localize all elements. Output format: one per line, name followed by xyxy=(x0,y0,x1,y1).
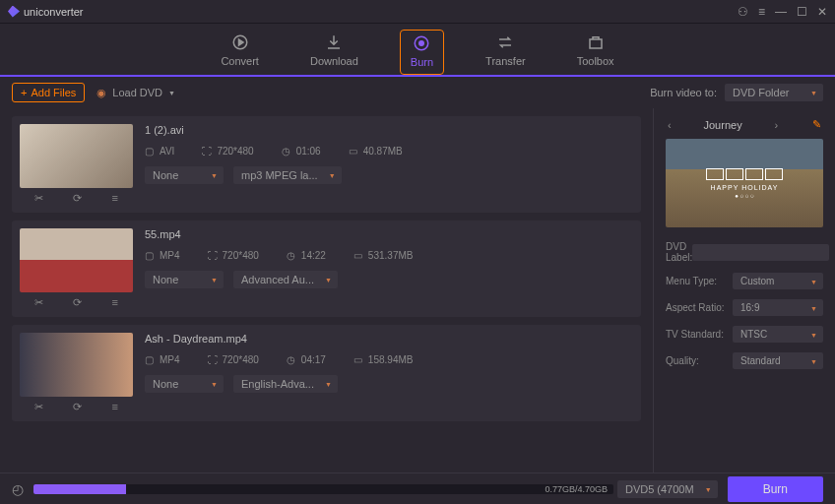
cut-icon[interactable]: ✂ xyxy=(34,401,43,413)
list-item: ✂ ⟳ ≡ 1 (2).avi ▢AVI ⛶720*480 ◷01:06 ▭40… xyxy=(12,116,641,213)
toolbox-icon xyxy=(587,33,605,51)
burn-to-label: Burn video to: xyxy=(650,87,717,98)
crop-icon[interactable]: ⟳ xyxy=(73,401,82,413)
timer-icon[interactable]: ◴ xyxy=(12,481,24,497)
svg-point-3 xyxy=(419,41,424,46)
subtitle-dropdown[interactable]: None xyxy=(145,271,224,288)
sidebar: ‹ Journey › ✎ HAPPY HOLIDAY ● ○ ○ ○ DVD … xyxy=(653,108,835,472)
audio-dropdown[interactable]: English-Adva... xyxy=(233,375,338,393)
file-name: 1 (2).avi xyxy=(145,124,633,136)
burn-icon xyxy=(413,34,430,52)
crop-icon[interactable]: ⟳ xyxy=(73,296,82,309)
tab-download[interactable]: Download xyxy=(300,30,368,75)
clock-icon: ◷ xyxy=(287,354,297,365)
format-icon: ▢ xyxy=(145,354,156,365)
file-name: 55.mp4 xyxy=(145,228,633,240)
toolbar: + Add Files ◉ Load DVD ▼ Burn video to: … xyxy=(0,77,835,108)
template-preview[interactable]: HAPPY HOLIDAY ● ○ ○ ○ xyxy=(666,139,823,227)
tab-convert[interactable]: Convert xyxy=(211,30,269,75)
tv-standard-label: TV Standard: xyxy=(666,329,733,340)
resolution-icon: ⛶ xyxy=(202,146,213,157)
audio-dropdown[interactable]: mp3 MPEG la... xyxy=(233,166,342,184)
transfer-icon xyxy=(496,33,514,51)
format-icon: ▢ xyxy=(145,250,156,261)
close-icon[interactable]: ✕ xyxy=(817,5,827,19)
download-icon xyxy=(325,33,343,51)
svg-rect-4 xyxy=(590,39,602,48)
template-title: Journey xyxy=(704,119,742,131)
thumbnail[interactable] xyxy=(20,333,133,397)
tab-transfer[interactable]: Transfer xyxy=(476,30,536,75)
aspect-ratio-label: Aspect Ratio: xyxy=(666,302,733,313)
main-tabs: Convert Download Burn Transfer Toolbox xyxy=(0,24,835,77)
audio-dropdown[interactable]: Advanced Au... xyxy=(233,271,338,288)
dvd-label-label: DVD Label: xyxy=(666,241,692,263)
thumbnail[interactable] xyxy=(20,228,133,292)
folder-icon: ▭ xyxy=(349,146,359,157)
folder-icon: ▭ xyxy=(353,354,364,365)
list-item: ✂ ⟳ ≡ 55.mp4 ▢MP4 ⛶720*480 ◷14:22 ▭531.3… xyxy=(12,220,641,317)
logo-icon xyxy=(8,6,20,18)
clock-icon: ◷ xyxy=(287,250,297,261)
tab-burn[interactable]: Burn xyxy=(400,30,444,75)
convert-icon xyxy=(231,33,249,51)
subtitle-dropdown[interactable]: None xyxy=(145,375,224,393)
tv-standard-dropdown[interactable]: NTSC xyxy=(733,326,823,343)
size-progress xyxy=(33,484,613,494)
folder-icon: ▭ xyxy=(353,250,364,261)
app-logo: uniconverter xyxy=(8,6,84,18)
list-item: ✂ ⟳ ≡ Ash - Daydream.mp4 ▢MP4 ⛶720*480 ◷… xyxy=(12,325,641,421)
subtitle-dropdown[interactable]: None xyxy=(145,166,224,184)
dvd-type-dropdown[interactable]: DVD5 (4700M xyxy=(617,480,718,498)
file-name: Ash - Daydream.mp4 xyxy=(145,333,633,345)
cut-icon[interactable]: ✂ xyxy=(34,192,43,205)
load-dvd-button[interactable]: ◉ Load DVD ▼ xyxy=(96,87,175,99)
adjust-icon[interactable]: ≡ xyxy=(111,401,117,413)
quality-dropdown[interactable]: Standard xyxy=(733,352,823,369)
resolution-icon: ⛶ xyxy=(208,354,219,365)
titlebar: uniconverter ⚇ ≡ — ☐ ✕ xyxy=(0,0,835,24)
burn-button[interactable]: Burn xyxy=(728,476,823,502)
thumbnail[interactable] xyxy=(20,124,133,188)
edit-template-icon[interactable]: ✎ xyxy=(810,116,823,133)
next-template-button[interactable]: › xyxy=(772,117,780,133)
aspect-ratio-dropdown[interactable]: 16:9 xyxy=(733,299,823,316)
adjust-icon[interactable]: ≡ xyxy=(111,296,117,309)
user-icon[interactable]: ⚇ xyxy=(738,5,748,19)
disc-icon: ◉ xyxy=(96,87,106,99)
dvd-label-input[interactable] xyxy=(692,244,829,261)
burn-to-dropdown[interactable]: DVD Folder xyxy=(725,84,823,101)
file-list: ✂ ⟳ ≡ 1 (2).avi ▢AVI ⛶720*480 ◷01:06 ▭40… xyxy=(0,108,653,472)
menu-type-dropdown[interactable]: Custom xyxy=(733,273,823,289)
menu-type-label: Menu Type: xyxy=(666,276,733,286)
format-icon: ▢ xyxy=(145,146,156,157)
size-text: 0.77GB/4.70GB xyxy=(545,484,608,494)
tab-toolbox[interactable]: Toolbox xyxy=(567,30,624,75)
maximize-icon[interactable]: ☐ xyxy=(797,5,807,19)
plus-icon: + xyxy=(21,87,27,98)
clock-icon: ◷ xyxy=(282,146,292,157)
minimize-icon[interactable]: — xyxy=(775,5,787,19)
cut-icon[interactable]: ✂ xyxy=(34,296,43,309)
footer: ◴ 0.77GB/4.70GB DVD5 (4700M Burn xyxy=(0,472,835,504)
svg-marker-1 xyxy=(238,39,243,45)
chevron-down-icon: ▼ xyxy=(168,90,175,96)
resolution-icon: ⛶ xyxy=(208,250,219,261)
prev-template-button[interactable]: ‹ xyxy=(666,117,674,133)
app-name: uniconverter xyxy=(24,6,84,18)
menu-icon[interactable]: ≡ xyxy=(758,5,765,19)
adjust-icon[interactable]: ≡ xyxy=(111,192,117,205)
add-files-button[interactable]: + Add Files xyxy=(12,83,85,102)
quality-label: Quality: xyxy=(666,355,733,366)
crop-icon[interactable]: ⟳ xyxy=(73,192,82,205)
